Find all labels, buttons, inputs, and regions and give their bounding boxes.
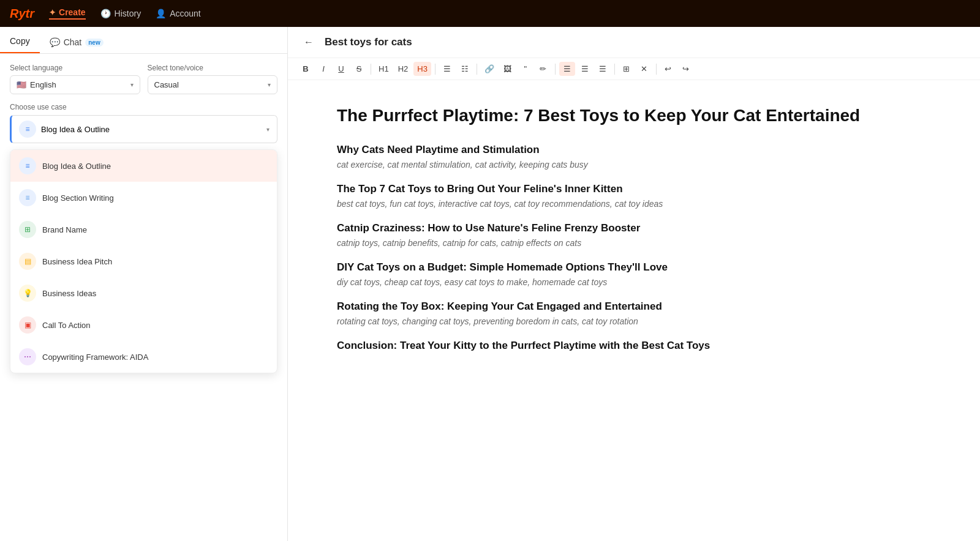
tab-copy[interactable]: Copy bbox=[0, 31, 40, 53]
toolbar-sep-6 bbox=[656, 64, 657, 75]
tone-value: Casual bbox=[154, 80, 179, 89]
bullet-list-button[interactable]: ☰ bbox=[439, 62, 455, 76]
chat-icon: 💬 bbox=[50, 37, 60, 47]
section-1-keywords: cat exercise, cat mental stimulation, ca… bbox=[337, 160, 931, 170]
use-case-dropdown: ≡ Blog Idea & Outline ≡ Blog Section Wri… bbox=[10, 149, 277, 373]
dropdown-item-business-ideas[interactable]: 💡 Business Ideas bbox=[10, 277, 277, 309]
section-4-heading: DIY Cat Toys on a Budget: Simple Homemad… bbox=[337, 261, 931, 274]
selected-use-case-label: Blog Idea & Outline bbox=[41, 125, 110, 134]
italic-button[interactable]: I bbox=[315, 62, 331, 76]
link-button[interactable]: 🔗 bbox=[481, 62, 498, 76]
dropdown-item-brand-name[interactable]: ⊞ Brand Name bbox=[10, 214, 277, 245]
h1-button[interactable]: H1 bbox=[375, 62, 393, 76]
business-pitch-label: Business Idea Pitch bbox=[42, 257, 112, 266]
align-center-button[interactable]: ☰ bbox=[577, 62, 593, 76]
section-4: DIY Cat Toys on a Budget: Simple Homemad… bbox=[337, 261, 931, 287]
dropdown-item-blog-idea[interactable]: ≡ Blog Idea & Outline bbox=[10, 150, 277, 182]
align-right-button[interactable]: ☰ bbox=[595, 62, 611, 76]
image-button[interactable]: 🖼 bbox=[500, 62, 516, 76]
language-select[interactable]: 🇺🇸 English ▾ bbox=[10, 75, 140, 94]
table-button[interactable]: ⊞ bbox=[619, 62, 635, 76]
main-layout: Copy 💬 Chat new Select language 🇺🇸 Engli… bbox=[0, 27, 980, 541]
copy-tab-label: Copy bbox=[10, 36, 30, 46]
nav-create[interactable]: ✦ Create bbox=[49, 7, 86, 20]
section-3: Catnip Craziness: How to Use Nature's Fe… bbox=[337, 222, 931, 248]
toolbar-sep-3 bbox=[477, 64, 477, 75]
ordered-list-button[interactable]: ☷ bbox=[457, 62, 473, 76]
dropdown-item-copywriting-aida[interactable]: ⋯ Copywriting Framework: AIDA bbox=[10, 341, 277, 373]
dropdown-item-business-pitch[interactable]: ▤ Business Idea Pitch bbox=[10, 245, 277, 277]
editor-title: Best toys for cats bbox=[325, 36, 412, 48]
call-to-action-label: Call To Action bbox=[42, 321, 91, 330]
highlight-button[interactable]: ✏ bbox=[535, 62, 551, 76]
align-left-button[interactable]: ☰ bbox=[559, 62, 575, 76]
content-area: ← Best toys for cats B I U S H1 H2 H3 ☰ … bbox=[288, 27, 980, 541]
nav-account[interactable]: 👤 Account bbox=[156, 9, 201, 18]
select-row: Select language 🇺🇸 English ▾ Select tone… bbox=[10, 64, 277, 94]
business-ideas-label: Business Ideas bbox=[42, 289, 96, 298]
strikethrough-button[interactable]: S bbox=[351, 62, 367, 76]
underline-button[interactable]: U bbox=[333, 62, 349, 76]
bold-button[interactable]: B bbox=[298, 62, 314, 76]
editor-header: ← Best toys for cats bbox=[288, 27, 980, 58]
h2-button[interactable]: H2 bbox=[394, 62, 412, 76]
sparkle-icon: ✦ bbox=[49, 8, 56, 17]
toolbar-sep-2 bbox=[435, 64, 435, 75]
sidebar-content: Select language 🇺🇸 English ▾ Select tone… bbox=[0, 54, 287, 541]
tone-group: Select tone/voice Casual ▾ bbox=[148, 64, 278, 94]
section-3-keywords: catnip toys, catnip benefits, catnip for… bbox=[337, 238, 931, 248]
toolbar-sep-5 bbox=[614, 64, 615, 75]
blog-section-label: Blog Section Writing bbox=[42, 193, 114, 203]
language-chevron-icon: ▾ bbox=[130, 81, 134, 88]
toolbar-sep-4 bbox=[555, 64, 556, 75]
sidebar: Copy 💬 Chat new Select language 🇺🇸 Engli… bbox=[0, 27, 288, 541]
top-navigation: Rytr ✦ Create 🕐 History 👤 Account bbox=[0, 0, 980, 27]
section-2-keywords: best cat toys, fun cat toys, interactive… bbox=[337, 199, 931, 209]
logo[interactable]: Rytr bbox=[10, 7, 34, 21]
document-title: The Purrfect Playtime: 7 Best Toys to Ke… bbox=[337, 105, 931, 127]
nav-history[interactable]: 🕐 History bbox=[100, 9, 141, 18]
call-to-action-icon: ▣ bbox=[19, 316, 36, 334]
back-button[interactable]: ← bbox=[300, 35, 317, 49]
dropdown-item-blog-section[interactable]: ≡ Blog Section Writing bbox=[10, 182, 277, 214]
use-case-label: Choose use case bbox=[10, 103, 277, 111]
brand-name-label: Brand Name bbox=[42, 225, 87, 234]
section-2: The Top 7 Cat Toys to Bring Out Your Fel… bbox=[337, 183, 931, 209]
quote-button[interactable]: " bbox=[518, 62, 533, 76]
toolbar-sep-1 bbox=[371, 64, 371, 75]
editor-body[interactable]: The Purrfect Playtime: 7 Best Toys to Ke… bbox=[288, 80, 980, 541]
redo-button[interactable]: ↪ bbox=[678, 62, 694, 76]
use-case-select[interactable]: ≡ Blog Idea & Outline ▾ bbox=[10, 115, 277, 143]
h3-button[interactable]: H3 bbox=[413, 62, 431, 76]
dropdown-item-call-to-action[interactable]: ▣ Call To Action bbox=[10, 309, 277, 341]
undo-button[interactable]: ↩ bbox=[660, 62, 676, 76]
chat-new-badge: new bbox=[85, 39, 103, 47]
section-5-keywords: rotating cat toys, changing cat toys, pr… bbox=[337, 316, 931, 326]
use-case-chevron-icon: ▾ bbox=[266, 126, 270, 133]
tab-chat[interactable]: 💬 Chat new bbox=[40, 32, 113, 53]
blog-section-icon: ≡ bbox=[19, 189, 36, 206]
business-pitch-icon: ▤ bbox=[19, 253, 36, 270]
clear-format-button[interactable]: ✕ bbox=[636, 62, 652, 76]
language-label: Select language bbox=[10, 64, 140, 72]
language-group: Select language 🇺🇸 English ▾ bbox=[10, 64, 140, 94]
flag-icon: 🇺🇸 bbox=[17, 80, 26, 89]
account-icon: 👤 bbox=[156, 9, 166, 18]
section-5-heading: Rotating the Toy Box: Keeping Your Cat E… bbox=[337, 300, 931, 313]
section-5: Rotating the Toy Box: Keeping Your Cat E… bbox=[337, 300, 931, 326]
language-value: English bbox=[30, 80, 56, 89]
selected-use-case-icon: ≡ bbox=[19, 121, 36, 138]
section-4-keywords: diy cat toys, cheap cat toys, easy cat t… bbox=[337, 277, 931, 287]
tone-chevron-icon: ▾ bbox=[268, 81, 271, 88]
blog-idea-label: Blog Idea & Outline bbox=[42, 162, 111, 171]
copywriting-aida-label: Copywriting Framework: AIDA bbox=[42, 353, 148, 362]
business-ideas-icon: 💡 bbox=[19, 285, 36, 302]
editor-toolbar: B I U S H1 H2 H3 ☰ ☷ 🔗 🖼 " ✏ ☰ ☰ ☰ ⊞ ✕ ↩… bbox=[288, 58, 980, 80]
tone-label: Select tone/voice bbox=[148, 64, 278, 72]
copywriting-aida-icon: ⋯ bbox=[19, 348, 36, 365]
tone-select[interactable]: Casual ▾ bbox=[148, 75, 278, 94]
conclusion: Conclusion: Treat Your Kitty to the Purr… bbox=[337, 340, 931, 352]
blog-idea-icon: ≡ bbox=[19, 157, 36, 174]
chat-tab-label: Chat bbox=[64, 37, 82, 47]
section-1-heading: Why Cats Need Playtime and Stimulation bbox=[337, 144, 931, 156]
